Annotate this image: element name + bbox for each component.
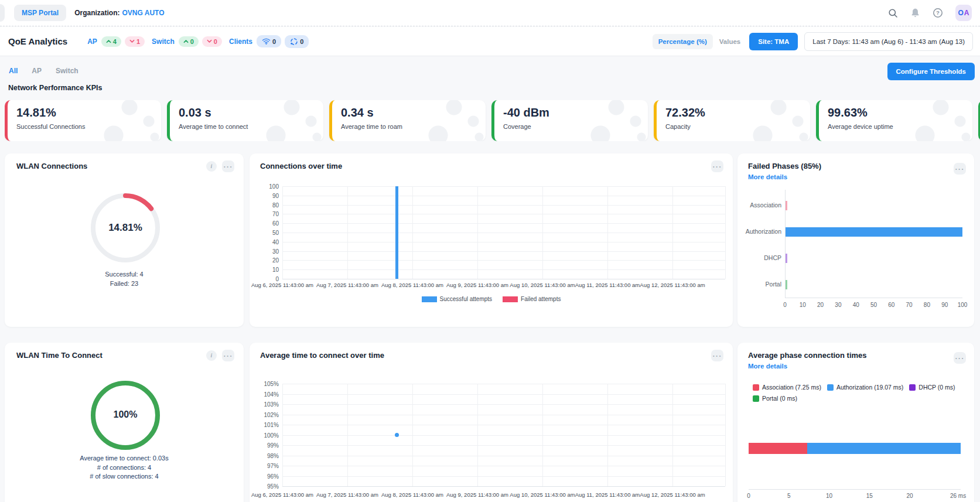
x-tick-label: Aug 12, 2025 11:43:00 am [629, 282, 716, 288]
more-details-link[interactable]: More details [748, 173, 787, 180]
ellipsis-menu-icon[interactable]: ··· [711, 350, 723, 361]
x-tick-label: 5 [777, 493, 801, 499]
device-stats: AP41Switch00 [80, 36, 222, 47]
grid-line-v [542, 186, 543, 279]
grid-line-v [347, 186, 348, 279]
ellipsis-menu-icon[interactable]: ··· [954, 352, 966, 364]
help-icon[interactable]: ? [933, 8, 943, 18]
donut-summary-line: Successful: 4 [5, 270, 244, 279]
legend-label: Association (7.25 ms) [762, 384, 821, 391]
ellipsis-menu-icon[interactable]: ··· [222, 160, 234, 172]
msp-portal-button[interactable]: MSP Portal [14, 5, 66, 21]
kpi-value: 14.81% [16, 106, 161, 119]
legend-label: Failed attempts [521, 296, 561, 302]
x-tick-label: 20 [812, 302, 829, 308]
site-selector-button[interactable]: Site: TMA [749, 33, 798, 50]
donut-center-value: 100% [87, 409, 163, 420]
kpi-value: 0.34 s [341, 106, 486, 119]
grid-line-v [412, 384, 413, 486]
category-label: Portal [743, 281, 781, 288]
grid-line-h [282, 260, 725, 261]
section-title: Network Performance KPIs [8, 84, 102, 92]
wlan-connections-summary: Successful: 4Failed: 23 [5, 270, 244, 288]
avatar[interactable]: O A [955, 5, 972, 21]
x-tick-label: 50 [865, 302, 883, 308]
tab-all[interactable]: All [9, 67, 18, 75]
kpi-label: Successful Connections [16, 123, 161, 130]
tab-ap[interactable]: AP [32, 67, 42, 75]
wifi-clients-badge: 0 [257, 35, 281, 47]
y-tick-label: 101% [254, 422, 279, 428]
y-tick-label: 99% [254, 442, 279, 449]
kpi-label: Average device uptime [828, 123, 972, 130]
organization-link[interactable]: OVNG AUTO [122, 9, 164, 17]
grid-line-h [282, 196, 725, 196]
grid-line-h [282, 279, 725, 279]
organization-label: Organization: [74, 9, 119, 17]
card-title: Failed Phases (85%) [748, 162, 821, 170]
x-tick-label: 15 [858, 493, 881, 499]
kpi-card-5: 72.32%Capacity [654, 100, 810, 141]
avg-time-to-connect-card: Average time to connect over time ··· 10… [250, 343, 733, 502]
ellipsis-menu-icon[interactable]: ··· [222, 350, 234, 361]
search-icon[interactable] [888, 8, 898, 18]
y-tick-label: 40 [254, 239, 279, 245]
y-tick-label: 102% [254, 412, 279, 418]
x-tick-label: 26 ms [947, 493, 970, 499]
phase-legend-item: DHCP (0 ms) [909, 384, 955, 391]
grid-line-v [282, 384, 283, 486]
y-tick-label: 103% [254, 401, 279, 408]
phase-legend: Association (7.25 ms)Authorization (19.0… [753, 384, 971, 402]
notifications-bell-icon[interactable] [910, 8, 920, 18]
y-tick-label: 96% [254, 473, 279, 480]
ellipsis-menu-icon[interactable]: ··· [711, 160, 723, 172]
grid-line-v [672, 384, 673, 486]
grid-line-h [282, 223, 725, 224]
configure-thresholds-button[interactable]: Configure Thresholds [887, 63, 975, 80]
grid-line-h [282, 384, 725, 384]
y-tick-label: 20 [254, 257, 279, 264]
grid-line-h [282, 186, 725, 187]
phase-legend-item: Association (7.25 ms) [753, 384, 821, 391]
chart-bar [395, 186, 398, 279]
x-tick-label: 30 [829, 302, 847, 308]
card-title: Connections over time [260, 162, 342, 170]
wifi-icon [262, 37, 271, 45]
avg-phase-times-card: Average phase connection times More deta… [737, 343, 974, 502]
phase-bar-dhcp [786, 254, 787, 263]
grid-line-h [282, 214, 725, 214]
x-tick-label: 0 [776, 302, 794, 308]
y-tick-label: 80 [254, 202, 279, 209]
tab-switch[interactable]: Switch [56, 67, 78, 75]
more-details-link[interactable]: More details [748, 363, 787, 370]
grid-line-h [282, 466, 725, 466]
kpi-card-4: -40 dBmCoverage [491, 100, 648, 141]
grid-line-v [607, 384, 608, 486]
svg-text:?: ? [936, 9, 940, 16]
ellipsis-menu-icon[interactable]: ··· [954, 163, 966, 175]
donut-summary-line: # of connections: 4 [5, 463, 244, 473]
date-range-picker[interactable]: Last 7 Days: 11:43 am (Aug 6) - 11:43 am… [804, 32, 973, 51]
info-icon[interactable]: i [206, 161, 217, 172]
percentage-toggle[interactable]: Percentage (%) [653, 34, 713, 49]
x-tick-label: 0 [737, 493, 760, 499]
y-tick-label: 104% [254, 391, 279, 398]
topbar-icons: ? O A [888, 5, 972, 21]
clients-label: Clients [229, 37, 252, 46]
info-icon[interactable]: i [206, 350, 217, 361]
kpi-value: 99.63% [828, 106, 972, 119]
kpi-label: Average time to roam [341, 123, 486, 130]
grid-line-v [477, 186, 478, 279]
y-tick-label: 70 [254, 211, 279, 217]
grid-line-v [347, 384, 348, 486]
chart-point [395, 433, 399, 437]
legend-label: DHCP (0 ms) [918, 384, 955, 391]
legend-swatch [827, 384, 834, 391]
kpi-label: Capacity [665, 123, 810, 130]
values-toggle[interactable]: Values [719, 38, 740, 45]
wlan-connections-card: WLAN Connections i ··· 14.81% Successful… [5, 153, 244, 327]
grid-line-h [282, 233, 725, 233]
wifi-clients-count: 0 [272, 38, 276, 45]
page-title: QoE Analytics [8, 36, 67, 46]
legend-swatch [503, 296, 518, 302]
